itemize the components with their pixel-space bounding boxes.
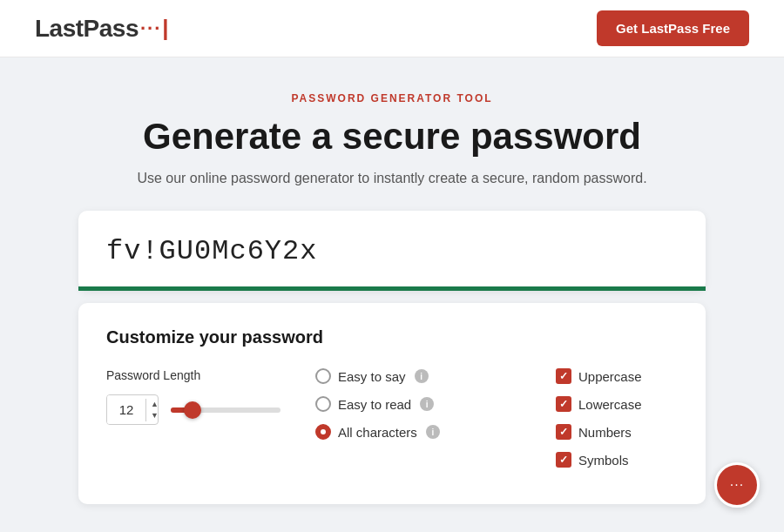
- length-input[interactable]: [107, 395, 145, 424]
- radio-easy-to-say[interactable]: Easy to say i: [315, 368, 538, 384]
- header: LastPass···| Get LastPass Free: [0, 0, 784, 57]
- strength-bar: [78, 286, 706, 291]
- radio-easy-to-read-label: Easy to read: [338, 397, 411, 412]
- customize-body: Password Length ▲ ▼: [106, 368, 678, 480]
- radio-easy-to-read-circle: [315, 396, 331, 412]
- get-lastpass-button[interactable]: Get LastPass Free: [597, 10, 749, 46]
- logo-pass: Pass: [84, 15, 139, 43]
- checkbox-uppercase[interactable]: Uppercase: [556, 368, 678, 384]
- main-content: PASSWORD GENERATOR TOOL Generate a secur…: [61, 57, 723, 532]
- tool-label: PASSWORD GENERATOR TOOL: [78, 92, 706, 104]
- refresh-button[interactable]: [671, 238, 678, 265]
- logo: LastPass···|: [35, 15, 168, 43]
- radio-all-characters[interactable]: All characters i: [315, 424, 538, 440]
- symbols-label: Symbols: [578, 453, 629, 468]
- uppercase-label: Uppercase: [578, 369, 642, 384]
- slider-track[interactable]: [171, 407, 280, 413]
- password-row: fv!GU0Mc6Y2x: [106, 235, 678, 286]
- radio-easy-to-read[interactable]: Easy to read i: [315, 396, 538, 412]
- page-title: Generate a secure password: [78, 117, 706, 157]
- checkbox-symbols[interactable]: Symbols: [556, 452, 678, 468]
- radio-all-characters-circle: [315, 424, 331, 440]
- length-input-wrapper: ▲ ▼: [106, 394, 159, 425]
- logo-last: Last: [35, 15, 84, 43]
- easy-to-say-info-icon[interactable]: i: [415, 369, 429, 383]
- char-type-section: Easy to say i Easy to read i All charact…: [280, 368, 538, 452]
- chat-bubble[interactable]: ···: [714, 462, 760, 508]
- password-actions: [652, 238, 678, 265]
- logo-cursor: |: [162, 15, 168, 42]
- password-card: fv!GU0Mc6Y2x: [78, 211, 706, 291]
- numbers-label: Numbers: [578, 425, 632, 440]
- customize-title: Customize your password: [106, 327, 678, 347]
- spinner-up-button[interactable]: ▲: [146, 399, 159, 410]
- slider-thumb[interactable]: [184, 401, 201, 419]
- chat-dots-icon: ···: [730, 477, 744, 493]
- length-label: Password Length: [106, 368, 280, 382]
- customize-card: Customize your password Password Length …: [78, 303, 706, 504]
- symbols-checkbox[interactable]: [556, 452, 571, 468]
- length-section: Password Length ▲ ▼: [106, 368, 280, 425]
- spinner-down-button[interactable]: ▼: [146, 410, 159, 421]
- length-control: ▲ ▼: [106, 394, 280, 425]
- subtitle: Use our online password generator to ins…: [78, 171, 706, 186]
- copy-button[interactable]: [652, 238, 659, 265]
- radio-easy-to-say-circle: [315, 368, 331, 384]
- checkbox-section: Uppercase Lowercase Numbers Symbols: [538, 368, 678, 480]
- radio-easy-to-say-label: Easy to say: [338, 369, 406, 384]
- length-spinner: ▲ ▼: [145, 399, 159, 421]
- logo-dots: ···: [140, 17, 161, 40]
- password-display: fv!GU0Mc6Y2x: [106, 235, 317, 267]
- easy-to-read-info-icon[interactable]: i: [420, 397, 434, 411]
- checkbox-lowercase[interactable]: Lowercase: [556, 396, 678, 412]
- uppercase-checkbox[interactable]: [556, 368, 571, 384]
- numbers-checkbox[interactable]: [556, 424, 571, 440]
- lowercase-checkbox[interactable]: [556, 396, 571, 412]
- lowercase-label: Lowercase: [578, 397, 642, 412]
- all-characters-info-icon[interactable]: i: [426, 425, 440, 439]
- checkbox-numbers[interactable]: Numbers: [556, 424, 678, 440]
- radio-all-characters-label: All characters: [338, 425, 417, 440]
